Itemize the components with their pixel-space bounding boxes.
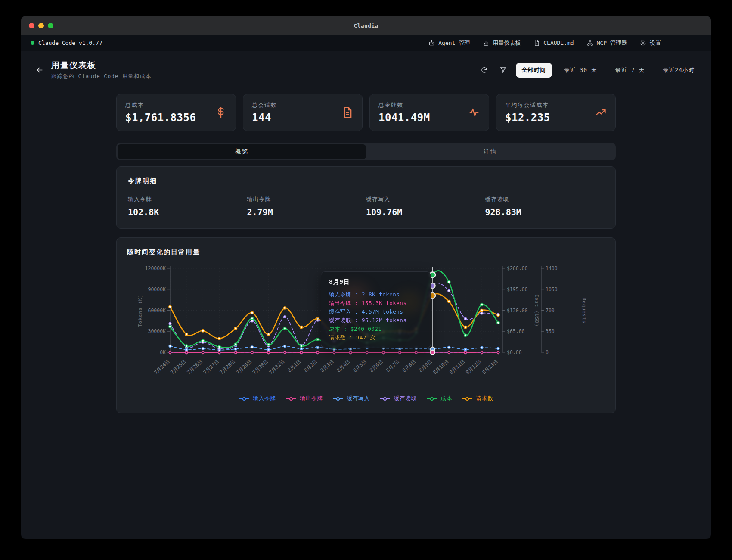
view-tabs: 概览 详情 bbox=[116, 143, 616, 160]
file-icon bbox=[533, 40, 540, 46]
stat-label: 总成本 bbox=[125, 101, 215, 109]
tab-details[interactable]: 详情 bbox=[366, 144, 614, 159]
nav-label: MCP 管理器 bbox=[597, 39, 627, 47]
time-filter-24-hours[interactable]: 最近24小时 bbox=[657, 63, 701, 78]
legend-marker-icon bbox=[285, 397, 297, 401]
chart-tooltip: 8月9日 输入令牌 : 2.8K tokens输出令牌 : 155.3K tok… bbox=[321, 271, 431, 348]
svg-text:7月28日: 7月28日 bbox=[219, 358, 237, 376]
stat-label: 总令牌数 bbox=[378, 101, 468, 109]
legend-item-成本[interactable]: 成本 bbox=[426, 395, 452, 402]
legend-item-输入令牌[interactable]: 输入令牌 bbox=[239, 395, 276, 402]
activity-icon bbox=[468, 106, 480, 118]
nav-usage-dashboard[interactable]: 用量仪表板 bbox=[483, 39, 521, 47]
daily-usage-chart-card: 随时间变化的日常用量 0K30000K60000K90000K120000KTo… bbox=[116, 237, 616, 413]
navbar: Claude Code v1.0.77 Agent 管理 用量仪表板 CLAUD… bbox=[21, 35, 711, 51]
token-breakdown-title: 令牌明细 bbox=[128, 177, 604, 185]
breakdown-value: 928.83M bbox=[485, 207, 605, 217]
legend-item-缓存读取[interactable]: 缓存读取 bbox=[379, 395, 417, 402]
bar-chart-icon bbox=[483, 40, 489, 46]
svg-text:0K: 0K bbox=[160, 349, 166, 355]
legend-marker-icon bbox=[379, 397, 391, 401]
stat-value: $12.235 bbox=[505, 112, 595, 124]
svg-text:8月1日: 8月1日 bbox=[286, 358, 302, 373]
svg-text:7月29日: 7月29日 bbox=[235, 358, 253, 376]
svg-text:1050: 1050 bbox=[546, 286, 558, 292]
svg-text:350: 350 bbox=[546, 328, 555, 334]
svg-text:120000K: 120000K bbox=[145, 265, 166, 271]
stat-label: 总会话数 bbox=[252, 101, 341, 109]
breakdown-cache-write: 缓存写入 109.76M bbox=[366, 196, 485, 217]
tooltip-row: 请求数 : 947 次 bbox=[329, 333, 423, 342]
language-globe-button[interactable] bbox=[674, 39, 681, 47]
nav-claude-md[interactable]: CLAUDE.md bbox=[533, 40, 574, 46]
stat-card-total-sessions: 总会话数 144 bbox=[243, 94, 363, 131]
token-breakdown-card: 令牌明细 输入令牌 102.8K 输出令牌 2.79M 缓存写入 109.76M… bbox=[116, 166, 616, 229]
info-icon bbox=[694, 39, 701, 47]
svg-text:$260.00: $260.00 bbox=[507, 265, 528, 271]
breakdown-value: 2.79M bbox=[247, 207, 366, 217]
stat-card-avg-cost-per-session: 平均每会话成本 $12.235 bbox=[496, 94, 616, 131]
svg-text:7月26日: 7月26日 bbox=[186, 358, 204, 376]
svg-text:8月12日: 8月12日 bbox=[465, 358, 483, 376]
legend-marker-icon bbox=[426, 397, 437, 401]
svg-text:60000K: 60000K bbox=[148, 308, 166, 314]
svg-text:8月11日: 8月11日 bbox=[448, 358, 466, 376]
svg-text:Requests: Requests bbox=[581, 298, 587, 324]
svg-text:7月24日: 7月24日 bbox=[153, 358, 171, 376]
stat-value: $1,761.8356 bbox=[125, 112, 215, 124]
time-filter-all-time[interactable]: 全部时间 bbox=[516, 63, 552, 78]
stat-card-total-tokens: 总令牌数 1041.49M bbox=[369, 94, 489, 131]
legend-item-请求数[interactable]: 请求数 bbox=[462, 395, 493, 402]
chart-title: 随时间变化的日常用量 bbox=[127, 248, 605, 256]
bot-icon bbox=[428, 40, 435, 46]
time-filter-7-days[interactable]: 最近 7 天 bbox=[609, 63, 651, 78]
refresh-button[interactable] bbox=[478, 64, 491, 77]
tab-overview[interactable]: 概览 bbox=[118, 144, 366, 159]
svg-text:Tokens (K): Tokens (K) bbox=[137, 294, 143, 327]
svg-text:90000K: 90000K bbox=[148, 286, 166, 292]
nodes-icon bbox=[587, 40, 593, 46]
nav-agent-manager[interactable]: Agent 管理 bbox=[428, 39, 470, 47]
nav-label: Agent 管理 bbox=[438, 39, 470, 47]
file-text-icon bbox=[341, 106, 354, 118]
tooltip-row: 输出令牌 : 155.3K tokens bbox=[329, 299, 423, 308]
app-version-label: Claude Code v1.0.77 bbox=[38, 40, 102, 46]
svg-text:8月13日: 8月13日 bbox=[481, 358, 499, 376]
breakdown-cache-read: 缓存读取 928.83M bbox=[485, 196, 605, 217]
tooltip-row: 缓存写入 : 4.57M tokens bbox=[329, 308, 423, 316]
svg-text:8月4日: 8月4日 bbox=[335, 358, 351, 373]
arrow-left-icon bbox=[36, 66, 44, 74]
window-title: Claudia bbox=[21, 22, 711, 29]
gear-icon bbox=[640, 40, 646, 46]
nav-label: 用量仪表板 bbox=[493, 39, 521, 47]
legend-item-输出令牌[interactable]: 输出令牌 bbox=[285, 395, 323, 402]
funnel-icon bbox=[499, 66, 507, 74]
svg-text:7月31日: 7月31日 bbox=[268, 358, 286, 376]
legend-marker-icon bbox=[239, 397, 250, 401]
svg-text:8月5日: 8月5日 bbox=[352, 358, 368, 373]
svg-text:8月7日: 8月7日 bbox=[385, 358, 401, 373]
dollar-icon bbox=[215, 106, 227, 118]
svg-text:8月6日: 8月6日 bbox=[369, 358, 385, 373]
trending-up-icon bbox=[595, 106, 607, 118]
nav-mcp-manager[interactable]: MCP 管理器 bbox=[587, 39, 627, 47]
info-button[interactable] bbox=[694, 39, 701, 47]
svg-text:8月3日: 8月3日 bbox=[319, 358, 335, 373]
stat-card-total-cost: 总成本 $1,761.8356 bbox=[116, 94, 236, 131]
legend-marker-icon bbox=[462, 397, 473, 401]
filter-button[interactable] bbox=[497, 64, 510, 77]
time-filter-30-days[interactable]: 最近 30 天 bbox=[558, 63, 603, 78]
refresh-icon bbox=[481, 66, 488, 74]
svg-text:7月25日: 7月25日 bbox=[169, 358, 187, 376]
svg-text:8月10日: 8月10日 bbox=[432, 358, 450, 376]
nav-settings[interactable]: 设置 bbox=[640, 39, 661, 47]
svg-text:$65.00: $65.00 bbox=[507, 328, 525, 334]
page-header: 用量仪表板 跟踪您的 Claude Code 用量和成本 全部时间 最近 30 … bbox=[21, 51, 711, 88]
tooltip-date: 8月9日 bbox=[329, 278, 423, 286]
legend-item-缓存写入[interactable]: 缓存写入 bbox=[332, 395, 370, 402]
stat-value: 1041.49M bbox=[378, 112, 468, 124]
breakdown-label: 输出令牌 bbox=[247, 196, 366, 203]
back-button[interactable] bbox=[31, 62, 48, 78]
svg-text:30000K: 30000K bbox=[148, 328, 166, 334]
svg-text:8月2日: 8月2日 bbox=[303, 358, 319, 373]
